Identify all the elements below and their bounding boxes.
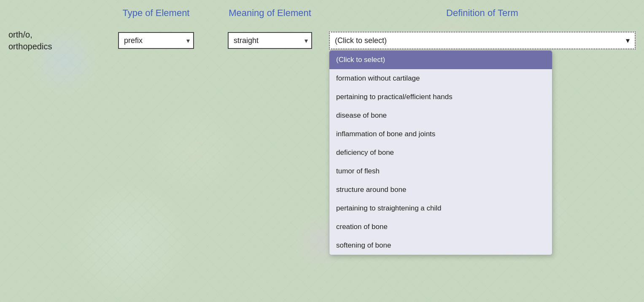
- meaning-dropdown-wrapper[interactable]: straight ▾: [228, 32, 312, 49]
- option-pertaining-straightening-child[interactable]: pertaining to straightening a child: [329, 199, 552, 218]
- type-col-header: Type of Element: [101, 8, 211, 19]
- option-disease-of-bone[interactable]: disease of bone: [329, 106, 552, 125]
- option-structure-around-bone[interactable]: structure around bone: [329, 181, 552, 199]
- headers-row: Type of Element Meaning of Element Defin…: [0, 8, 644, 19]
- definition-col-header: Definition of Term: [329, 8, 636, 19]
- meaning-col-header: Meaning of Element: [211, 8, 329, 19]
- meaning-dropdown[interactable]: straight: [228, 32, 312, 49]
- meaning-header-label: Meaning of Element: [229, 8, 311, 18]
- page-content: Type of Element Meaning of Element Defin…: [0, 0, 644, 302]
- type-dropdown-wrapper[interactable]: prefix suffix root combining form ▾: [118, 32, 194, 49]
- type-cell: prefix suffix root combining form ▾: [101, 32, 211, 49]
- data-row: orth/o, orthopedics prefix suffix root c…: [0, 29, 644, 52]
- option-click-to-select[interactable]: (Click to select): [329, 51, 552, 69]
- type-header-label: Type of Element: [123, 8, 190, 18]
- definition-selected-value: (Click to select): [335, 36, 387, 45]
- option-formation-without-cartilage[interactable]: formation without cartilage: [329, 69, 552, 88]
- meaning-cell: straight ▾: [211, 32, 329, 49]
- option-inflammation-bone-joints[interactable]: inflammation of bone and joints: [329, 125, 552, 143]
- option-softening-of-bone[interactable]: softening of bone: [329, 236, 552, 255]
- definition-header-label: Definition of Term: [446, 8, 518, 18]
- option-deficiency-of-bone[interactable]: deficiency of bone: [329, 143, 552, 162]
- definition-dropdown-arrow: ▾: [626, 36, 630, 45]
- term-text: orth/o, orthopedics: [8, 30, 52, 51]
- definition-dropdown-list[interactable]: (Click to select) formation without cart…: [329, 50, 552, 255]
- definition-cell: (Click to select) ▾ (Click to select) fo…: [329, 32, 636, 49]
- option-pertaining-practical-hands[interactable]: pertaining to practical/efficient hands: [329, 88, 552, 106]
- option-tumor-of-flesh[interactable]: tumor of flesh: [329, 162, 552, 181]
- type-dropdown[interactable]: prefix suffix root combining form: [118, 32, 194, 49]
- option-creation-of-bone[interactable]: creation of bone: [329, 218, 552, 236]
- definition-dropdown-trigger[interactable]: (Click to select) ▾: [329, 32, 636, 49]
- term-cell: orth/o, orthopedics: [8, 29, 101, 52]
